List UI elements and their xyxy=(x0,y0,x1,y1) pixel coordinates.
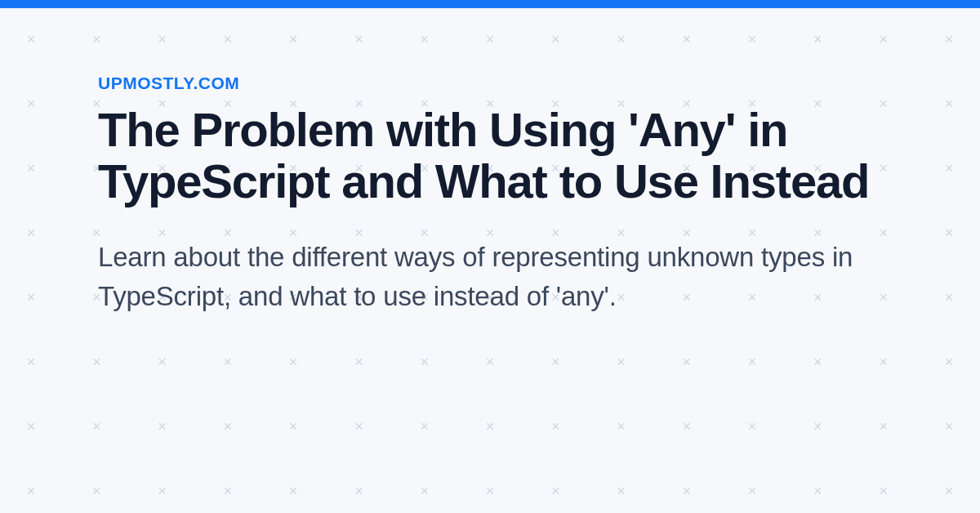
pattern-row: ××××××××××××××× xyxy=(0,354,980,371)
pattern-row: ××××××××××××××× xyxy=(0,483,980,500)
pattern-row: ××××××××××××××× xyxy=(0,418,980,435)
site-label: UPMOSTLY.COM xyxy=(98,74,882,93)
article-title: The Problem with Using 'Any' in TypeScri… xyxy=(98,105,882,207)
article-description: Learn about the different ways of repres… xyxy=(98,238,882,316)
content-area: UPMOSTLY.COM The Problem with Using 'Any… xyxy=(0,0,980,317)
